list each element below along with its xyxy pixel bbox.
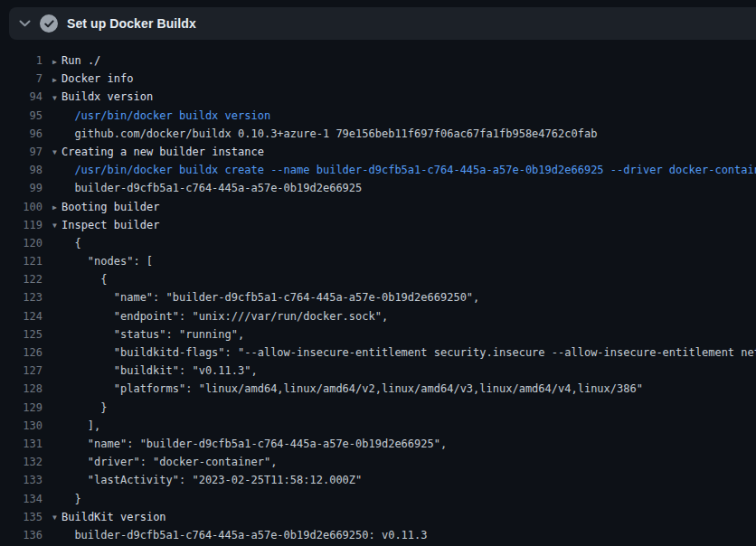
log-line[interactable]: 100 ▶Booting builder xyxy=(0,198,756,216)
log-line-text: Run ./ xyxy=(61,54,100,67)
triangle-right-icon[interactable]: ▶ xyxy=(52,53,61,71)
log-line-text: Booting builder xyxy=(61,201,159,213)
log-line-text: } xyxy=(74,401,107,414)
line-number[interactable]: 124 xyxy=(0,307,43,325)
line-number[interactable]: 130 xyxy=(0,417,43,435)
check-circle-icon xyxy=(40,14,58,33)
step-header[interactable]: Set up Docker Buildx xyxy=(9,7,756,40)
log-line: 99 builder-d9cfb5a1-c764-445a-a57e-0b19d… xyxy=(0,179,756,197)
line-number[interactable]: 136 xyxy=(0,526,43,544)
log-line-text: { xyxy=(74,273,107,286)
triangle-down-icon[interactable]: ▼ xyxy=(52,509,61,526)
line-number[interactable]: 127 xyxy=(0,362,43,380)
log-line: 130 ], xyxy=(0,417,756,435)
line-number[interactable]: 98 xyxy=(0,161,43,179)
log-line-text: "name": "builder-d9cfb5a1-c764-445a-a57e… xyxy=(74,438,447,450)
line-number[interactable]: 99 xyxy=(0,179,43,197)
log-line-text: Buildx version xyxy=(61,90,153,103)
log-line: 98 /usr/bin/docker buildx create --name … xyxy=(0,161,756,179)
line-number[interactable]: 1 xyxy=(0,52,43,70)
log-line: 131 "name": "builder-d9cfb5a1-c764-445a-… xyxy=(0,435,756,453)
log-line: 120 { xyxy=(0,234,756,252)
log-line-text: builder-d9cfb5a1-c764-445a-a57e-0b19d2e6… xyxy=(74,182,362,194)
log-line-text: { xyxy=(74,237,80,249)
line-number[interactable]: 119 xyxy=(0,216,43,234)
log-line: 136 builder-d9cfb5a1-c764-445a-a57e-0b19… xyxy=(0,526,756,544)
log-line-text: "name": "builder-d9cfb5a1-c764-445a-a57e… xyxy=(74,291,479,304)
log-line-text: /usr/bin/docker buildx version xyxy=(74,109,270,122)
log-line-text: /usr/bin/docker buildx create --name bui… xyxy=(74,164,756,176)
log-line: 123 "name": "builder-d9cfb5a1-c764-445a-… xyxy=(0,288,756,306)
log-line: 121 "nodes": [ xyxy=(0,252,756,270)
log-line: 132 "driver": "docker-container", xyxy=(0,453,756,471)
chevron-down-icon[interactable] xyxy=(9,20,40,27)
line-number[interactable]: 125 xyxy=(0,325,43,344)
log-line: 95 /usr/bin/docker buildx version xyxy=(0,107,756,125)
line-number[interactable]: 123 xyxy=(0,288,43,306)
log-line-text: Inspect builder xyxy=(61,219,159,231)
log-line-text: "buildkit": "v0.11.3", xyxy=(74,364,257,377)
log-line[interactable]: 7 ▶Docker info xyxy=(0,70,756,88)
triangle-right-icon[interactable]: ▶ xyxy=(52,199,61,216)
triangle-down-icon[interactable]: ▼ xyxy=(52,217,61,234)
log-line-text: "endpoint": "unix:///var/run/docker.sock… xyxy=(74,310,388,323)
log-line-text: "buildkitd-flags": "--allow-insecure-ent… xyxy=(74,346,756,359)
log-line-text: } xyxy=(74,493,80,505)
log-line: 125 "status": "running", xyxy=(0,325,756,344)
log-line-text: "platforms": "linux/amd64,linux/amd64/v2… xyxy=(74,382,643,395)
line-number[interactable]: 97 xyxy=(0,143,43,161)
line-number[interactable]: 132 xyxy=(0,453,43,471)
triangle-down-icon[interactable]: ▼ xyxy=(52,144,61,161)
log-line-text: ], xyxy=(74,419,100,432)
line-number[interactable]: 126 xyxy=(0,344,43,362)
log-line: 126 "buildkitd-flags": "--allow-insecure… xyxy=(0,344,756,362)
log-line[interactable]: 1 ▶Run ./ xyxy=(0,52,756,70)
line-number[interactable]: 131 xyxy=(0,435,43,453)
line-number[interactable]: 100 xyxy=(0,198,43,216)
log-line: 129 } xyxy=(0,399,756,417)
line-number[interactable]: 134 xyxy=(0,490,43,508)
log-line[interactable]: 97 ▼Creating a new builder instance xyxy=(0,143,756,161)
line-number[interactable]: 96 xyxy=(0,125,43,143)
line-number[interactable]: 120 xyxy=(0,234,43,252)
log-line-text: "nodes": [ xyxy=(74,255,153,268)
log-line: 124 "endpoint": "unix:///var/run/docker.… xyxy=(0,307,756,325)
log-line[interactable]: 119 ▼Inspect builder xyxy=(0,216,756,234)
step-title: Set up Docker Buildx xyxy=(67,16,196,31)
line-number[interactable]: 128 xyxy=(0,380,43,398)
log-output: 1 ▶Run ./ 7 ▶Docker info 94 ▼Buildx vers… xyxy=(0,40,756,546)
log-line: 133 "lastActivity": "2023-02-25T11:58:12… xyxy=(0,471,756,489)
log-line-text: BuildKit version xyxy=(61,511,166,523)
log-line-text: "lastActivity": "2023-02-25T11:58:12.000… xyxy=(74,474,362,486)
line-number[interactable]: 133 xyxy=(0,471,43,489)
line-number[interactable]: 122 xyxy=(0,270,43,288)
log-line[interactable]: 135 ▼BuildKit version xyxy=(0,508,756,526)
line-number[interactable]: 121 xyxy=(0,252,43,270)
log-line-text: Creating a new builder instance xyxy=(61,146,264,158)
log-line: 127 "buildkit": "v0.11.3", xyxy=(0,362,756,380)
log-line[interactable]: 94 ▼Buildx version xyxy=(0,88,756,106)
log-line-text: github.com/docker/buildx 0.10.3+azure-1 … xyxy=(74,127,597,140)
log-line-text: "status": "running", xyxy=(74,328,244,341)
line-number[interactable]: 94 xyxy=(0,88,43,106)
log-line-text: builder-d9cfb5a1-c764-445a-a57e-0b19d2e6… xyxy=(74,529,427,541)
log-line-text: Docker info xyxy=(61,72,133,85)
log-line-text: "driver": "docker-container", xyxy=(74,456,277,468)
log-line: 128 "platforms": "linux/amd64,linux/amd6… xyxy=(0,380,756,398)
triangle-right-icon[interactable]: ▶ xyxy=(52,71,61,89)
log-line: 122 { xyxy=(0,270,756,288)
line-number[interactable]: 135 xyxy=(0,508,43,526)
line-number[interactable]: 129 xyxy=(0,399,43,417)
log-line: 134 } xyxy=(0,490,756,508)
line-number[interactable]: 7 xyxy=(0,70,43,88)
triangle-down-icon[interactable]: ▼ xyxy=(52,89,61,107)
log-line: 96 github.com/docker/buildx 0.10.3+azure… xyxy=(0,125,756,143)
line-number[interactable]: 95 xyxy=(0,107,43,125)
